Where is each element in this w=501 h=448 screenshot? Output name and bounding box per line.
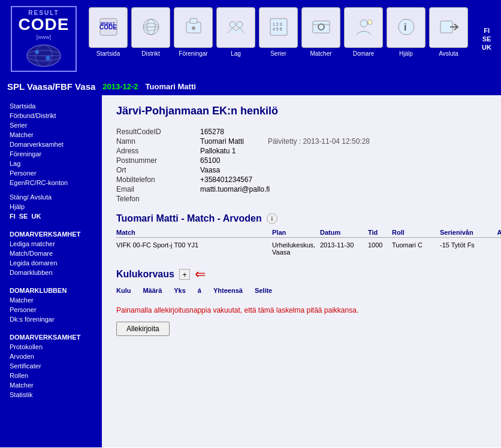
sidebar-item-lediga[interactable]: Lediga matcher [0, 239, 102, 249]
col-header-roll: Roll [392, 229, 440, 236]
info-row-adress: Adress Pallokatu 1 [116, 146, 501, 156]
col-header-datum: Datum [320, 229, 368, 236]
sidebar-item-dk-personer[interactable]: Personer [0, 305, 102, 314]
nav-label-avsluta: Avsluta [429, 50, 468, 57]
nav-foreningar-btn[interactable] [174, 7, 213, 48]
allekirjoita-button[interactable]: Allekirjoita [116, 322, 170, 336]
nav-hjalp-btn[interactable]: i [387, 7, 425, 48]
nav-domare-btn[interactable]: i [344, 7, 383, 48]
ort-value: Vaasa [200, 166, 220, 174]
sidebar-item-lag[interactable]: Lag [0, 159, 102, 168]
kulukorvaus-columns: Kulu Määrä Yks á Yhteensä Selite [116, 284, 501, 296]
info-row-telefon: Telefon [116, 194, 501, 204]
svg-point-24 [360, 20, 367, 27]
logo-www-text: [www] [37, 34, 52, 40]
sidebar-item-domarverksamhet[interactable]: Domarverksamhet [0, 140, 102, 149]
sidebar-item-foreningar[interactable]: Föreningar [0, 149, 102, 159]
resultcodeid-label: ResultCodeID [116, 128, 200, 136]
sidebar-item-arvoden[interactable]: Arvoden [0, 352, 102, 361]
svg-point-5 [46, 56, 50, 60]
sidebar-item-personer[interactable]: Personer [0, 168, 102, 178]
mobiltelefon-value: +358401234567 [200, 175, 252, 184]
sidebar-item-legida[interactable]: Legida domaren [0, 258, 102, 268]
main-layout: Startsida Förbund/Distrikt Serier Matche… [0, 95, 501, 447]
svg-text:CODE: CODE [99, 24, 117, 31]
info-icon[interactable]: i [267, 213, 277, 224]
lang-uk[interactable]: UK [482, 44, 491, 51]
sidebar-lang-se[interactable]: SE [19, 213, 28, 220]
page-title: Järvi-Pohjanmaan EK:n henkilö [116, 105, 501, 117]
email-label: Email [116, 185, 200, 193]
sidebar-item-rollen[interactable]: Rollen [0, 371, 102, 380]
sidebar-item-domarklubben[interactable]: Domarklubben [0, 268, 102, 277]
match-row-tid: 1000 [368, 241, 392, 256]
sidebar-item-serier[interactable]: Serier [0, 120, 102, 130]
lang-se[interactable]: SE [482, 35, 491, 43]
email-value[interactable]: matti.tuomari@pallo.fi [200, 185, 270, 193]
lang-fi[interactable]: FI [484, 27, 490, 34]
sidebar-item-hjalp[interactable]: Hjälp [0, 202, 102, 211]
kulu-col-yks: Yks [174, 287, 186, 294]
kulu-col-maara: Määrä [143, 287, 162, 294]
nav-distrikt-btn[interactable] [131, 7, 170, 48]
sidebar-item-sertificater[interactable]: Sertificater [0, 361, 102, 371]
logo-area: RESULT CODE [www] [5, 2, 83, 75]
sidebar-item-dv-matcher[interactable]: Matcher [0, 380, 102, 390]
info-row-resultcodeid: ResultCodeID 165278 [116, 127, 501, 137]
sidebar-item-protokollen[interactable]: Protokollen [0, 342, 102, 352]
sidebar-lang-uk[interactable]: UK [31, 213, 41, 220]
col-header-arvoden: Arvoden [476, 229, 501, 236]
top-navigation-bar: RESULT CODE [www] RESULT CODE [0, 0, 501, 78]
add-kulukorvaus-btn[interactable]: + [179, 269, 190, 280]
content-area: Järvi-Pohjanmaan EK:n henkilö ResultCode… [102, 95, 501, 447]
svg-point-4 [35, 50, 39, 54]
postnummer-label: Postnummer [116, 156, 200, 165]
match-row-match: VIFK 00-FC Sport-j T00 YJ1 [116, 241, 272, 256]
nav-labels-row: Startsida Distrikt Föreningar Lag Serier… [89, 50, 468, 57]
sidebar-item-dk-foreningar[interactable]: Dk:s föreningar [0, 314, 102, 324]
kulu-col-yhteensa: Yhteensä [213, 287, 243, 294]
nav-serier-btn[interactable]: 1 2 3 4 5 6 [259, 7, 298, 48]
match-row-arvoden: 18.00€ [476, 241, 501, 256]
nav-startsida-btn[interactable]: RESULT CODE [89, 7, 128, 48]
kulu-col-a: á [198, 287, 201, 294]
sidebar-item-startsida[interactable]: Startsida [0, 101, 102, 111]
match-row-roll: Tuomari C [392, 241, 440, 256]
col-header-match: Match [116, 229, 272, 236]
nav-matcher-btn[interactable] [301, 7, 340, 48]
resultcodeid-value: 165278 [200, 128, 224, 136]
header-person: Tuomari Matti [146, 82, 196, 91]
namn-value: Tuomari Matti [200, 137, 244, 146]
kulu-col-kulu: Kulu [116, 287, 131, 294]
sidebar-item-forbund[interactable]: Förbund/Distrikt [0, 111, 102, 120]
sidebar-lang-fi[interactable]: FI [10, 213, 16, 220]
sidebar-section-domarklubben: DOMARKLUBBEN [0, 282, 102, 295]
match-row-plan: Urheilukeskus, Vaasa [272, 241, 320, 256]
col-header-plan: Plan [272, 229, 320, 236]
arrow-icon: ⇐ [195, 267, 206, 282]
sidebar-item-statistik[interactable]: Statistik [0, 390, 102, 399]
nav-icons-row: RESULT CODE [89, 7, 468, 48]
svg-text:i: i [368, 21, 369, 25]
sidebar-item-stang[interactable]: Stäng/ Avsluta [0, 192, 102, 202]
nav-label-serier: Serier [259, 50, 298, 57]
globe-icon [25, 43, 62, 69]
sidebar-item-matcher[interactable]: Matcher [0, 130, 102, 140]
sidebar-item-dk-matcher[interactable]: Matcher [0, 295, 102, 305]
sidebar-section-domarverksamhet1: DOMARVERKSAMHET [0, 226, 102, 239]
sidebar-item-egenrc[interactable]: EgenRC/RC-konton [0, 178, 102, 187]
sidebar-item-matchdomare[interactable]: Match/Domare [0, 249, 102, 258]
adress-value: Pallokatu 1 [200, 147, 236, 155]
nav-lag-btn[interactable] [216, 7, 255, 48]
nav-label-hjalp: Hjälp [387, 50, 425, 57]
postnummer-value: 65100 [200, 156, 220, 165]
svg-point-15 [192, 26, 195, 30]
svg-text:4 5 6: 4 5 6 [273, 27, 282, 31]
kulu-col-selite: Selite [255, 287, 272, 294]
info-row-mobiltelefon: Mobiltelefon +358401234567 [116, 175, 501, 184]
match-table-row: VIFK 00-FC Sport-j T00 YJ1 Urheilukeskus… [116, 240, 501, 257]
nav-avsluta-btn[interactable] [429, 7, 468, 48]
nav-icons-area: RESULT CODE [83, 2, 477, 75]
updated-value: 2013-11-04 12:50:28 [303, 137, 370, 146]
language-selector: FI SE UK [477, 2, 496, 75]
